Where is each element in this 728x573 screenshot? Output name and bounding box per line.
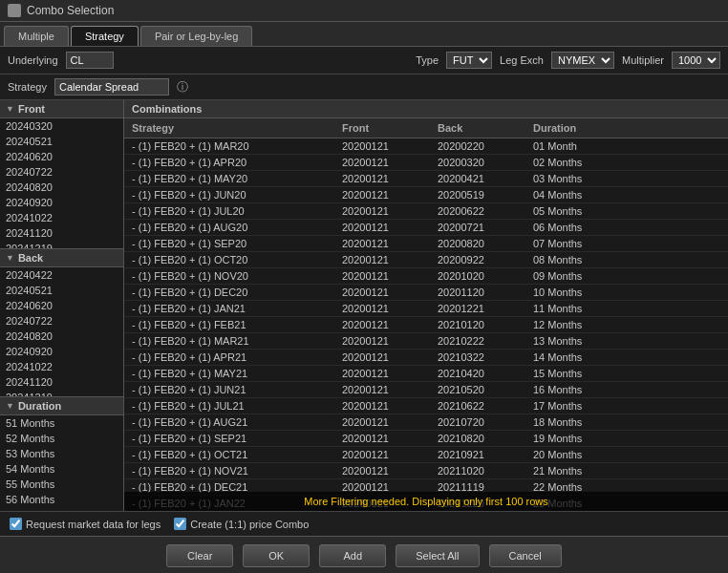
type-select[interactable]: FUT	[446, 52, 492, 69]
table-row[interactable]: - (1) FEB20 + (1) JUN2020200121202005190…	[124, 187, 728, 203]
td-front: 20200121	[338, 415, 434, 429]
back-list-item[interactable]: 20240920	[0, 344, 123, 359]
back-list-item[interactable]: 20241219	[0, 390, 123, 397]
td-duration: 17 Months	[529, 399, 625, 413]
td-front: 20200121	[338, 383, 434, 396]
td-duration: 14 Months	[529, 350, 625, 364]
back-list-item[interactable]: 20240620	[0, 298, 123, 313]
front-list[interactable]: 2024032020240521202406202024072220240820…	[0, 118, 123, 248]
front-list-item[interactable]: 20240722	[0, 164, 123, 180]
td-duration: 13 Months	[529, 334, 625, 348]
td-duration: 19 Months	[529, 432, 625, 445]
clear-button[interactable]: Clear	[166, 544, 233, 567]
td-back: 20210720	[434, 415, 529, 429]
create-combo-checkbox[interactable]	[174, 518, 186, 530]
tab-pair[interactable]: Pair or Leg-by-leg	[140, 26, 252, 46]
front-list-item[interactable]: 20241022	[0, 210, 123, 225]
front-list-item[interactable]: 20241219	[0, 241, 123, 248]
td-duration: 03 Months	[529, 172, 625, 185]
type-label: Type	[416, 54, 439, 66]
tab-multiple[interactable]: Multiple	[4, 26, 69, 46]
cancel-button[interactable]: Cancel	[489, 544, 562, 567]
back-list-item[interactable]: 20241022	[0, 359, 123, 374]
td-duration: 04 Months	[529, 188, 625, 202]
request-market-data-label[interactable]: Request market data for legs	[10, 518, 161, 530]
request-market-data-checkbox[interactable]	[10, 518, 22, 530]
table-row[interactable]: - (1) FEB20 + (1) MAR2020200121202002200…	[124, 138, 728, 155]
td-front: 20200121	[338, 237, 434, 250]
leg-exch-select[interactable]: NYMEX	[551, 52, 614, 69]
td-front: 20200121	[338, 286, 434, 299]
back-list-item[interactable]: 20240722	[0, 313, 123, 329]
table-row[interactable]: - (1) FEB20 + (1) SEP2020200121202008200…	[124, 236, 728, 252]
front-list-item[interactable]: 20240521	[0, 134, 123, 149]
table-row[interactable]: - (1) FEB20 + (1) SEP2120200121202108201…	[124, 431, 728, 447]
front-list-item[interactable]: 20240820	[0, 180, 123, 195]
duration-list-item[interactable]: 52 Months	[0, 431, 123, 446]
td-back: 20210322	[434, 350, 529, 364]
back-list[interactable]: 2024042220240521202406202024072220240820…	[0, 267, 123, 397]
th-back: Back	[434, 120, 529, 136]
td-back: 20210622	[434, 399, 529, 413]
underlying-label: Underlying	[8, 54, 58, 66]
create-combo-label[interactable]: Create (1:1) price Combo	[174, 518, 309, 530]
back-list-item[interactable]: 20240521	[0, 283, 123, 298]
duration-list[interactable]: 51 Months52 Months53 Months54 Months55 M…	[0, 415, 123, 511]
duration-list-item[interactable]: 56 Months	[0, 492, 123, 507]
table-row[interactable]: - (1) FEB20 + (1) NOV2020200121202010200…	[124, 268, 728, 285]
table-row[interactable]: - (1) FEB20 + (1) JUL2120200121202106221…	[124, 398, 728, 414]
front-list-item[interactable]: 20240620	[0, 149, 123, 164]
back-list-item[interactable]: 20240820	[0, 329, 123, 344]
table-row[interactable]: - (1) FEB20 + (1) FEB2120200121202101201…	[124, 317, 728, 333]
table-row[interactable]: - (1) FEB20 + (1) AUG2020200121202007210…	[124, 220, 728, 236]
multiplier-select[interactable]: 1000	[672, 52, 720, 69]
table-row[interactable]: - (1) FEB20 + (1) OCT2020200121202009220…	[124, 252, 728, 268]
front-list-item[interactable]: 20240320	[0, 118, 123, 134]
td-strategy: - (1) FEB20 + (1) MAR21	[128, 334, 338, 348]
tab-strategy[interactable]: Strategy	[71, 26, 139, 46]
td-duration: 02 Months	[529, 156, 625, 169]
add-button[interactable]: Add	[319, 544, 386, 567]
table-row[interactable]: - (1) FEB20 + (1) OCT2120200121202109212…	[124, 447, 728, 463]
back-list-item[interactable]: 20241120	[0, 374, 123, 390]
td-back: 20200320	[434, 156, 529, 169]
button-row: Clear OK Add Select All Cancel	[0, 536, 728, 573]
ok-button[interactable]: OK	[243, 544, 310, 567]
table-row[interactable]: - (1) FEB20 + (1) APR2020200121202003200…	[124, 155, 728, 171]
table-row[interactable]: - (1) FEB20 + (1) AUG2120200121202107201…	[124, 414, 728, 431]
table-row[interactable]: - (1) FEB20 + (1) JUL2020200121202006220…	[124, 203, 728, 220]
app-icon	[8, 4, 21, 17]
td-front: 20200121	[338, 350, 434, 364]
select-all-button[interactable]: Select All	[396, 544, 479, 567]
table-row[interactable]: - (1) FEB20 + (1) DEC2020200121202011201…	[124, 285, 728, 301]
td-front: 20200121	[338, 334, 434, 348]
duration-list-item[interactable]: 51 Months	[0, 415, 123, 431]
td-front: 20200121	[338, 253, 434, 266]
duration-list-item[interactable]: 54 Months	[0, 461, 123, 477]
td-duration: 16 Months	[529, 383, 625, 396]
table-row[interactable]: - (1) FEB20 + (1) MAY2020200121202004210…	[124, 171, 728, 187]
front-list-item[interactable]: 20240920	[0, 195, 123, 210]
underlying-input[interactable]	[66, 52, 114, 69]
td-back: 20200421	[434, 172, 529, 185]
back-list-item[interactable]: 20240422	[0, 267, 123, 283]
td-strategy: - (1) FEB20 + (1) JAN21	[128, 302, 338, 315]
td-back: 20210420	[434, 367, 529, 380]
td-duration: 08 Months	[529, 253, 625, 266]
table-row[interactable]: - (1) FEB20 + (1) MAR2120200121202102221…	[124, 333, 728, 350]
duration-list-item[interactable]: 57 Months	[0, 507, 123, 511]
table-header: Strategy Front Back Duration	[124, 118, 728, 138]
td-back: 20210520	[434, 383, 529, 396]
td-back: 20210222	[434, 334, 529, 348]
td-front: 20200121	[338, 302, 434, 315]
duration-list-item[interactable]: 55 Months	[0, 477, 123, 492]
table-row[interactable]: - (1) FEB20 + (1) JUN2120200121202105201…	[124, 382, 728, 398]
duration-list-item[interactable]: 53 Months	[0, 446, 123, 461]
table-row[interactable]: - (1) FEB20 + (1) MAY2120200121202104201…	[124, 366, 728, 382]
table-row[interactable]: - (1) FEB20 + (1) APR2120200121202103221…	[124, 350, 728, 366]
strategy-input[interactable]	[54, 78, 169, 96]
table-row[interactable]: - (1) FEB20 + (1) JAN2120200121202012211…	[124, 301, 728, 317]
front-list-item[interactable]: 20241120	[0, 225, 123, 241]
table-body[interactable]: - (1) FEB20 + (1) MAR2020200121202002200…	[124, 138, 728, 511]
table-row[interactable]: - (1) FEB20 + (1) NOV2120200121202110202…	[124, 463, 728, 479]
